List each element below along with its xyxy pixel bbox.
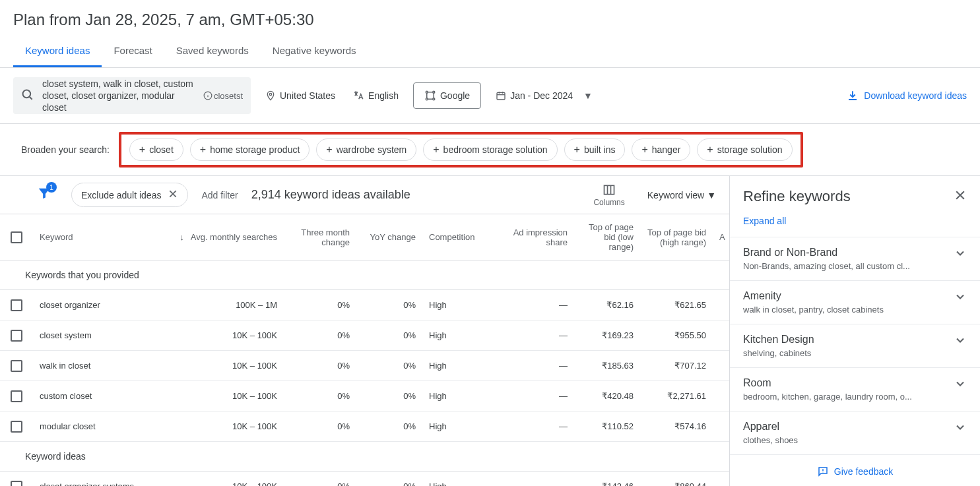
exclude-adult-pill[interactable]: Exclude adult ideas (71, 183, 188, 207)
results-table-area: 1 Exclude adult ideas Add filter 2,914 k… (0, 176, 729, 486)
select-all-checkbox[interactable] (11, 231, 22, 243)
row-checkbox[interactable] (11, 360, 22, 372)
cell-searches: 10K – 100K (172, 411, 284, 441)
chip-bedroom-storage[interactable]: +bedroom storage solution (423, 138, 557, 161)
tab-keyword-ideas[interactable]: Keyword ideas (13, 36, 102, 67)
table-row[interactable]: closet organizer systems10K – 100K0%0%Hi… (0, 471, 729, 486)
cell-impression: — (495, 471, 574, 486)
language-text: English (368, 90, 399, 101)
network-filter[interactable]: Google (413, 82, 481, 109)
refine-group[interactable]: Roombedroom, kitchen, garage, laundry ro… (730, 367, 980, 411)
cell-keyword: modular closet (33, 411, 172, 441)
col-bid-low[interactable]: Top of page bid (low range) (574, 214, 640, 260)
refine-group[interactable]: Brand or Non-BrandNon-Brands, amazing cl… (730, 237, 980, 280)
cell-bid-low: ₹110.52 (574, 411, 640, 441)
cell-searches: 10K – 100K (172, 471, 284, 486)
filters-bar: closet system, walk in closet, custom cl… (0, 68, 980, 124)
table-row[interactable]: modular closet10K – 100K0%0%High—₹110.52… (0, 411, 729, 442)
tab-saved-keywords[interactable]: Saved keywords (164, 36, 261, 67)
columns-icon (603, 183, 616, 197)
download-keyword-ideas[interactable]: Download keyword ideas (847, 90, 967, 102)
cell-keyword: closet organizer systems (33, 471, 172, 486)
cell-impression: — (495, 290, 574, 320)
cell-three-month: 0% (284, 320, 356, 350)
chevron-down-icon (954, 421, 967, 436)
row-checkbox[interactable] (11, 481, 22, 487)
keyword-search-box[interactable]: closet system, walk in closet, custom cl… (13, 77, 251, 114)
calendar-icon (496, 90, 506, 101)
row-checkbox[interactable] (11, 330, 22, 342)
cell-impression: — (495, 411, 574, 441)
col-bid-high[interactable]: Top of page bid (high range) (640, 214, 713, 260)
close-refine-icon[interactable] (954, 189, 967, 205)
table-row[interactable]: custom closet10K – 100K0%0%High—₹420.48₹… (0, 381, 729, 411)
cell-competition: High (422, 471, 495, 486)
svg-point-8 (426, 98, 428, 100)
chip-closet[interactable]: +closet (129, 138, 183, 161)
table-row[interactable]: closet organizer100K – 1M0%0%High—₹62.16… (0, 290, 729, 320)
chip-hanger[interactable]: +hanger (632, 138, 690, 161)
cell-bid-low: ₹62.16 (574, 290, 640, 320)
refine-group-subtitle: Non-Brands, amazing closet, all custom c… (743, 261, 910, 271)
refine-group[interactable]: Kitchen Designshelving, cabinets (730, 324, 980, 367)
cell-competition: High (422, 320, 495, 350)
keyword-view-dropdown[interactable]: Keyword view ▼ (647, 190, 716, 200)
group-provided: Keywords that you provided (0, 260, 729, 290)
refine-group-title: Room (743, 377, 912, 389)
expand-all-link[interactable]: Expand all (730, 212, 980, 237)
cell-searches: 10K – 100K (172, 351, 284, 380)
date-filter[interactable]: Jan - Dec 2024 ▼ (493, 86, 595, 105)
chevron-down-icon (954, 247, 967, 262)
chip-label: storage solution (717, 144, 783, 155)
refine-group[interactable]: Apparelclothes, shoes (730, 411, 980, 454)
col-three-month[interactable]: Three month change (284, 214, 356, 260)
row-checkbox[interactable] (11, 390, 22, 402)
table-row[interactable]: closet system10K – 100K0%0%High—₹169.23₹… (0, 320, 729, 351)
col-impression[interactable]: Ad impression share (495, 214, 574, 260)
col-yoy[interactable]: YoY change (356, 214, 422, 260)
cell-bid-high: ₹574.16 (640, 411, 713, 441)
search-keywords-text: closet system, walk in closet, custom cl… (42, 78, 199, 114)
language-filter[interactable]: English (350, 86, 401, 106)
give-feedback-link[interactable]: Give feedback (730, 454, 980, 486)
col-competition[interactable]: Competition (422, 214, 495, 260)
cell-keyword: walk in closet (33, 351, 172, 380)
filter-count-badge: 1 (46, 182, 57, 193)
chip-home-storage[interactable]: +home storage product (190, 138, 310, 161)
col-extra[interactable]: A (713, 214, 726, 260)
row-checkbox[interactable] (11, 421, 22, 433)
col-keyword[interactable]: Keyword (33, 214, 172, 260)
svg-point-0 (23, 90, 31, 98)
columns-button[interactable]: Columns (593, 183, 624, 207)
cell-keyword: custom closet (33, 381, 172, 411)
broaden-chips-highlighted: +closet +home storage product +wardrobe … (119, 132, 803, 167)
broaden-bar: Broaden your search: +closet +home stora… (0, 124, 980, 176)
chip-label: wardrobe system (337, 144, 407, 155)
dropdown-caret-icon: ▼ (707, 190, 716, 200)
table-row[interactable]: walk in closet10K – 100K0%0%High—₹185.63… (0, 351, 729, 381)
col-searches[interactable]: ↓ Avg. monthly searches (172, 214, 284, 260)
row-checkbox[interactable] (11, 299, 22, 311)
cell-bid-high: ₹869.44 (640, 471, 713, 486)
tab-forecast[interactable]: Forecast (102, 36, 164, 67)
location-filter[interactable]: United States (263, 86, 338, 105)
chevron-down-icon (954, 334, 967, 349)
plus-icon: + (641, 144, 647, 156)
chip-built-ins[interactable]: +built ins (564, 138, 626, 161)
plus-icon: + (433, 144, 439, 156)
sort-desc-icon: ↓ (180, 232, 184, 242)
chip-storage-solution[interactable]: +storage solution (697, 138, 792, 161)
filter-funnel-icon[interactable]: 1 (37, 186, 51, 204)
cell-bid-high: ₹621.65 (640, 290, 713, 320)
refine-group[interactable]: Amenitywalk in closet, pantry, closet ca… (730, 280, 980, 324)
chip-wardrobe-system[interactable]: +wardrobe system (316, 138, 416, 161)
dropdown-caret-icon: ▼ (583, 90, 593, 101)
svg-point-7 (433, 91, 435, 93)
site-info: closetst (203, 91, 243, 101)
add-filter-button[interactable]: Add filter (201, 190, 238, 200)
svg-point-5 (269, 93, 271, 95)
chip-label: bedroom storage solution (443, 144, 548, 155)
tab-negative-keywords[interactable]: Negative keywords (261, 36, 368, 67)
refine-group-title: Amenity (743, 290, 884, 302)
remove-pill-icon[interactable] (168, 189, 178, 201)
